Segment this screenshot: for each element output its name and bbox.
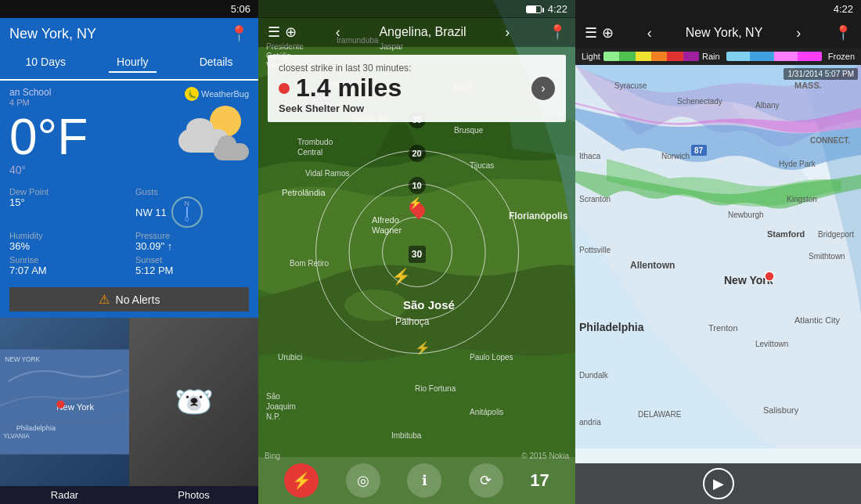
legend-yellow [636, 52, 651, 61]
legend-purple [683, 52, 699, 61]
legend-pink [774, 52, 798, 61]
temperature-display: 0°F [9, 112, 88, 162]
p3-menu-icon[interactable]: ☰ [585, 24, 597, 41]
lightning-distance-row: 1.4 miles › [279, 74, 555, 103]
panel-weather: 5:06 New York, NY 📍 10 Days Hourly Detai… [0, 0, 258, 504]
legend-light-blue [726, 52, 751, 61]
svg-text:Smithtown: Smithtown [809, 252, 845, 261]
gusts-value: NW 11 [135, 207, 167, 218]
sunset-label: Sunset [135, 255, 249, 265]
play-icon: ▶ [713, 475, 724, 492]
pressure-value: 30.09" ↑ [135, 240, 249, 252]
p3-prev-icon[interactable]: ‹ [647, 25, 652, 41]
svg-text:Syracuse: Syracuse [614, 81, 647, 90]
station-time: 4 PM [9, 98, 88, 107]
location-pin-icon[interactable]: 📍 [229, 24, 249, 43]
p3-next-icon[interactable]: › [796, 25, 801, 41]
svg-text:Rio Fortuna: Rio Fortuna [415, 384, 456, 393]
play-animation-button[interactable]: ▶ [703, 468, 734, 499]
temperature-unit: °F [38, 109, 88, 165]
prev-city-icon[interactable]: ‹ [336, 24, 340, 41]
tab-10days[interactable]: 10 Days [18, 52, 74, 73]
status-time-3: 4:22 [834, 3, 853, 15]
svg-text:N.P.: N.P. [266, 412, 280, 421]
settings-icon[interactable]: ⊕ [285, 23, 297, 41]
lightning-button[interactable]: ⚡ [284, 463, 319, 498]
location-save-icon[interactable]: 📍 [549, 23, 566, 41]
battery-icon [526, 5, 542, 13]
weatherbug-icon: 🐛 [185, 87, 199, 101]
svg-text:Schenectady: Schenectady [677, 97, 722, 106]
gps-target-button[interactable]: ◎ [346, 463, 380, 498]
svg-text:Ithaca: Ithaca [579, 152, 601, 160]
low-temp: 40° [9, 164, 88, 176]
radar-timestamp: 1/31/2014 5:07 PM [784, 68, 858, 80]
svg-text:Allentown: Allentown [630, 260, 675, 271]
svg-point-3 [56, 400, 64, 408]
svg-text:87: 87 [694, 146, 704, 155]
photos-label[interactable]: Photos [129, 486, 258, 504]
p1-bottom-panels: New York Philadelphia NEW YORK YLVANIA 🐻… [0, 318, 258, 486]
strike-count: 17 [530, 470, 549, 491]
legend-orange [651, 52, 667, 61]
legend-frozen-label: Frozen [828, 52, 855, 61]
svg-text:Dundalk: Dundalk [579, 371, 609, 380]
legend-color-scale [603, 52, 699, 61]
status-bar-2: 4:22 [258, 0, 575, 18]
svg-text:DELAWARE: DELAWARE [638, 410, 682, 419]
next-city-icon[interactable]: › [505, 24, 510, 41]
legend-light-green [603, 52, 619, 61]
legend-green [619, 52, 635, 61]
sunrise-label: Sunrise [9, 255, 123, 265]
p3-header: ☰ ⊕ ‹ New York, NY › 📍 [575, 18, 861, 48]
status-time-2: 4:22 [548, 3, 567, 15]
p3-location-icon[interactable]: 📍 [834, 24, 852, 41]
legend-light-label: Light [582, 52, 600, 61]
radar-thumbnail[interactable]: New York Philadelphia NEW YORK YLVANIA [0, 318, 129, 486]
weatherbug-text: WeatherBug [201, 89, 249, 99]
svg-text:Philadelphia: Philadelphia [16, 424, 56, 432]
battery-fill [527, 6, 537, 13]
lightning-header-text: closest strike in last 30 minutes: [279, 63, 555, 74]
svg-text:Philadelphia: Philadelphia [579, 321, 644, 333]
svg-text:São: São [266, 392, 280, 401]
location-pin-center: ⚡ [411, 200, 423, 218]
pressure-item: Pressure 30.09" ↑ [135, 231, 249, 252]
alert-triangle-icon: ⚠ [99, 292, 110, 307]
radar-label[interactable]: Radar [0, 486, 129, 504]
svg-text:Scranton: Scranton [579, 195, 611, 203]
refresh-button[interactable]: ⟳ [469, 463, 503, 498]
menu-icon[interactable]: ☰ [268, 23, 280, 41]
legend-frozen-scale [726, 52, 822, 61]
radar-map: New York Philadelphia NEW YORK YLVANIA [0, 318, 129, 486]
p2-nav-left: ☰ ⊕ [268, 23, 297, 41]
info-button[interactable]: ℹ [407, 463, 441, 498]
tab-details[interactable]: Details [192, 52, 241, 73]
legend-red [667, 52, 683, 61]
p3-settings-icon[interactable]: ⊕ [602, 24, 614, 41]
p1-weather-main: an School 4 PM 0°F 40° 🐛 WeatherBug [0, 81, 258, 182]
weather-condition-icon [178, 106, 249, 160]
compass-north-label: N [184, 200, 189, 207]
p1-bottom-labels: Radar Photos [0, 486, 258, 504]
radar-svg: MASS. CONNECT. Scranton Newburgh Kingsto… [575, 65, 861, 448]
p1-details-grid: Dew Point 15° Gusts NW 11 N 0 Humidity 3… [0, 182, 258, 284]
photos-thumbnail[interactable]: 🐻‍❄️ [129, 318, 258, 486]
gusts-label: Gusts [135, 187, 249, 196]
dew-point-label: Dew Point [9, 187, 123, 196]
compass-value: 0 [185, 215, 189, 223]
lightning-distance-display: 1.4 miles [279, 74, 402, 103]
svg-text:CONNECT.: CONNECT. [810, 136, 850, 145]
svg-text:Imbituba: Imbituba [391, 431, 422, 440]
panel-lightning: Petrolândia Alfredo Wagner Bom Retiro Ur… [258, 0, 575, 504]
svg-text:Kingston: Kingston [787, 195, 817, 203]
status-time-1: 5:06 [231, 3, 250, 15]
lightning-detail-arrow[interactable]: › [531, 77, 555, 100]
tab-hourly[interactable]: Hourly [109, 52, 156, 73]
lightning-red-dot [279, 83, 290, 94]
svg-text:Stamford: Stamford [767, 229, 805, 239]
p3-nav-left: ☰ ⊕ [585, 24, 614, 41]
p1-city-title: New York, NY [9, 26, 96, 42]
no-alerts-button[interactable]: ⚠ No Alerts [9, 287, 249, 311]
p1-tabs: 10 Days Hourly Details [0, 49, 258, 81]
